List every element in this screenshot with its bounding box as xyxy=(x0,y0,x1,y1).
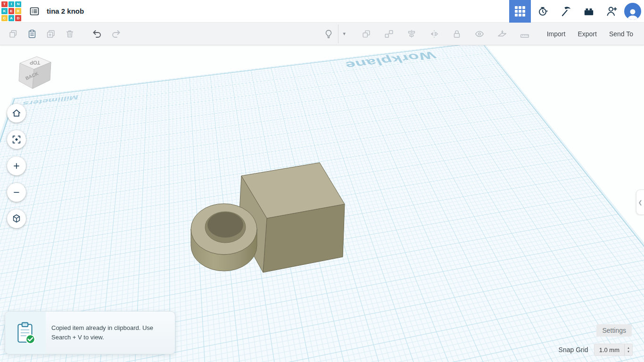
visibility-dropdown-button[interactable]: ▾ xyxy=(338,25,350,43)
duplicate-button[interactable] xyxy=(41,25,60,43)
circuits-button[interactable] xyxy=(531,0,554,23)
account-avatar[interactable] xyxy=(624,3,641,20)
history-group xyxy=(88,25,125,43)
show-hidden-button[interactable] xyxy=(319,25,338,43)
clipboard-check-icon xyxy=(14,321,37,345)
logo-tile: C xyxy=(1,15,8,21)
spinner-up-icon: ▴ xyxy=(627,346,629,350)
copy-button[interactable] xyxy=(4,25,23,43)
lock-button[interactable] xyxy=(447,25,466,43)
clipboard-toast: Copied item already in clipboard. Use Se… xyxy=(5,311,175,354)
logo-tile: T xyxy=(1,1,8,8)
snap-grid-select[interactable]: 1.0 mm ▴ ▾ xyxy=(594,344,633,356)
fit-view-button[interactable] xyxy=(7,130,26,149)
paste-icon xyxy=(27,29,37,39)
hide-button[interactable] xyxy=(470,25,489,43)
minecraft-button[interactable] xyxy=(554,0,577,23)
logo-tile: R xyxy=(15,8,21,14)
ungroup-icon xyxy=(384,29,394,39)
chevron-left-icon: ❮ xyxy=(638,199,642,206)
settings-button[interactable]: Settings xyxy=(596,324,632,337)
redo-button[interactable] xyxy=(107,25,125,43)
copy-icon xyxy=(8,29,18,39)
spinner-down-icon: ▾ xyxy=(627,350,629,354)
design-title[interactable]: tina 2 knob xyxy=(47,7,84,15)
viewcube-top-label: TOP xyxy=(30,60,40,66)
solid-ring[interactable] xyxy=(191,204,257,271)
visibility-group: ▾ xyxy=(319,25,350,43)
dashboard-grid-button[interactable] xyxy=(509,0,531,23)
snap-grid-control: Snap Grid 1.0 mm ▴ ▾ xyxy=(559,344,633,356)
caret-down-icon: ▾ xyxy=(343,31,346,37)
design-menu-button[interactable] xyxy=(25,2,44,21)
snap-grid-value: 1.0 mm xyxy=(594,346,624,354)
align-icon xyxy=(406,29,417,39)
workplane-icon xyxy=(497,29,507,39)
redo-icon xyxy=(110,28,122,40)
ruler-tool-button[interactable] xyxy=(515,25,534,43)
invite-button[interactable] xyxy=(600,0,623,23)
paste-button[interactable] xyxy=(23,25,41,43)
snap-grid-label: Snap Grid xyxy=(559,346,588,354)
tinkercad-logo[interactable]: TINKERCAD xyxy=(1,1,21,21)
ungroup-button[interactable] xyxy=(380,25,398,43)
minus-icon: − xyxy=(13,187,19,198)
fit-view-icon xyxy=(11,134,22,145)
mirror-button[interactable] xyxy=(425,25,444,43)
eye-icon xyxy=(474,29,485,39)
viewport[interactable]: Workplane Millimeters xyxy=(0,45,644,362)
send-to-button[interactable]: Send To xyxy=(603,26,639,42)
brick-icon xyxy=(583,5,595,17)
undo-icon xyxy=(91,28,103,40)
export-button[interactable]: Export xyxy=(571,26,603,42)
edit-tools-group xyxy=(357,25,534,43)
person-add-icon xyxy=(605,5,618,17)
grid-icon xyxy=(514,5,526,17)
ruler-icon xyxy=(520,29,530,39)
zoom-out-button[interactable]: − xyxy=(7,183,26,202)
mirror-icon xyxy=(429,29,439,39)
delete-button[interactable] xyxy=(60,25,79,43)
person-icon xyxy=(626,8,640,20)
toolbar: ▾ xyxy=(0,23,644,45)
solid-box[interactable] xyxy=(239,163,345,272)
logo-tile: N xyxy=(15,1,21,8)
logo-tile: I xyxy=(8,1,15,8)
list-icon xyxy=(29,6,40,17)
header: TINKERCAD tina 2 knob xyxy=(0,0,644,23)
duplicate-icon xyxy=(46,29,56,39)
zoom-in-button[interactable]: + xyxy=(7,156,26,175)
import-button[interactable]: Import xyxy=(541,26,572,42)
lego-button[interactable] xyxy=(577,0,600,23)
smartwatch-icon xyxy=(537,5,549,17)
perspective-cube-icon xyxy=(11,214,22,224)
lock-icon xyxy=(452,29,462,39)
group-button[interactable] xyxy=(357,25,376,43)
snap-grid-spinner[interactable]: ▴ ▾ xyxy=(624,344,632,355)
logo-tile: E xyxy=(8,8,15,14)
workplane-tool-button[interactable] xyxy=(493,25,512,43)
view-cube[interactable]: TOP BACK xyxy=(10,50,58,97)
undo-button[interactable] xyxy=(88,25,107,43)
pickaxe-icon xyxy=(560,5,572,17)
plus-icon: + xyxy=(13,161,19,172)
lightbulb-icon xyxy=(323,29,334,39)
toast-message: Copied item already in clipboard. Use Se… xyxy=(46,323,166,342)
perspective-toggle-button[interactable] xyxy=(7,209,26,228)
logo-tile: A xyxy=(8,15,15,21)
home-icon xyxy=(11,108,22,118)
logo-tile: K xyxy=(1,8,8,14)
group-icon xyxy=(361,29,372,39)
header-right xyxy=(509,0,644,22)
logo-tile: D xyxy=(15,15,21,21)
toast-icon-panel xyxy=(5,312,46,354)
panel-collapse-tab[interactable]: ❮ xyxy=(636,189,644,215)
align-button[interactable] xyxy=(402,25,421,43)
home-view-button[interactable] xyxy=(7,104,26,123)
clipboard-group xyxy=(4,25,79,43)
trash-icon xyxy=(65,29,75,39)
